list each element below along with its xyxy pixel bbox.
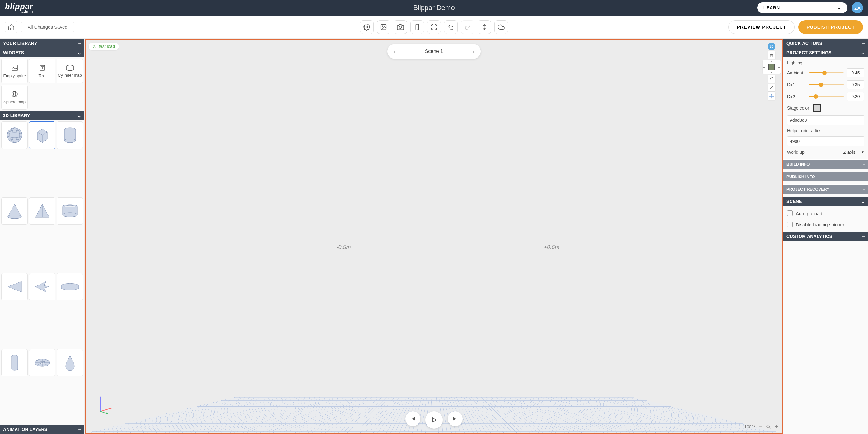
rotate-tool[interactable] [768,75,775,83]
shape-tube[interactable] [57,197,83,225]
shape-pyramid[interactable] [29,197,55,225]
scene-body: Auto preload Disable loading spinner [783,206,868,232]
chevron-down-icon: ⌄ [77,113,81,119]
quick-actions-header[interactable]: QUICK ACTIONS − [783,38,868,48]
collapse-button[interactable] [477,20,491,34]
widget-label: Sphere map [3,99,26,104]
auto-preload-checkbox[interactable] [787,210,793,216]
minus-icon: − [862,233,865,239]
project-recovery-label: PROJECT RECOVERY [786,187,830,192]
minus-icon: − [78,40,81,46]
app-logo-text: blippar [5,2,33,10]
next-scene-button[interactable]: › [472,48,474,55]
helper-grid-input[interactable] [787,136,864,146]
widget-label: Empty sprite [3,74,26,78]
device-button[interactable] [410,20,424,34]
shape-cone[interactable] [1,197,28,225]
orbit-cube[interactable]: ▴ ▾ ◂ ▸ [763,60,781,74]
zoom-controls: 100% − + [744,424,778,430]
camera-button[interactable] [394,20,407,34]
svg-point-27 [767,425,769,428]
widget-cylinder-map[interactable]: Cylinder map [57,59,83,83]
chevron-down-icon: ⌄ [77,50,81,56]
dir1-slider[interactable] [809,84,844,85]
fullscreen-button[interactable] [427,20,441,34]
home-icon [769,53,774,57]
build-info-header[interactable]: BUILD INFO − [783,160,868,169]
skip-forward-button[interactable] [448,411,463,426]
view-3d-toggle[interactable]: 3D [768,42,775,50]
shape-cylinder[interactable] [57,121,83,149]
dir2-slider[interactable] [809,96,844,97]
shape-ribbon[interactable] [57,273,83,300]
home-button[interactable] [5,21,18,33]
widget-sphere-map[interactable]: Sphere map [1,85,28,110]
preview-project-button[interactable]: PREVIEW PROJECT [728,20,795,34]
zoom-in-button[interactable]: + [775,424,778,430]
custom-analytics-header[interactable]: CUSTOM ANALYTICS − [783,232,868,241]
skip-back-icon [410,416,416,422]
world-up-row[interactable]: World up: Z axis ▼ [787,149,864,156]
widgets-header[interactable]: WIDGETS ⌄ [0,48,84,57]
undo-button[interactable] [444,20,458,34]
image-button[interactable] [377,20,391,34]
zoom-out-button[interactable]: − [759,424,763,430]
shape-triangle-flat[interactable] [1,273,28,300]
svg-line-25 [100,411,107,414]
world-up-value: Z axis [843,149,856,155]
your-library-header[interactable]: YOUR LIBRARY − [0,38,84,48]
user-avatar[interactable]: ZA [852,2,863,13]
sprite-icon [11,64,18,71]
expand-icon [431,24,437,30]
3d-library-header[interactable]: 3D LIBRARY ⌄ [0,111,84,120]
widget-empty-sprite[interactable]: Empty sprite [1,59,28,83]
prev-scene-button[interactable]: ‹ [394,48,396,55]
shape-disc[interactable] [29,349,55,376]
3d-shapes-grid [0,120,84,425]
shape-arrow[interactable] [29,273,55,300]
scene-header[interactable]: SCENE ⌄ [783,197,868,206]
ambient-slider[interactable] [809,72,844,74]
publish-project-button[interactable]: PUBLISH PROJECT [798,20,863,34]
disable-loading-row[interactable]: Disable loading spinner [787,221,864,229]
shape-droplet[interactable] [57,349,83,376]
disable-loading-checkbox[interactable] [787,222,793,227]
ambient-label: Ambient [787,70,806,75]
project-recovery-header[interactable]: PROJECT RECOVERY − [783,184,868,194]
publish-info-header[interactable]: PUBLISH INFO − [783,172,868,181]
dir1-label: Dir1 [787,82,806,87]
learn-dropdown[interactable]: LEARN ⌄ [757,2,847,13]
skip-back-button[interactable] [405,411,420,426]
right-panel: QUICK ACTIONS − PROJECT SETTINGS ⌄ Light… [783,38,868,434]
cloud-button[interactable] [494,20,508,34]
dir2-value[interactable]: 0.20 [847,92,864,101]
line-tool[interactable] [768,84,775,91]
move-tool[interactable] [768,92,775,100]
scene-name: Scene 1 [425,49,443,54]
play-button[interactable] [425,411,443,429]
skip-forward-icon [452,416,458,422]
redo-button[interactable] [461,20,474,34]
shape-sphere[interactable] [1,121,28,149]
dir1-value[interactable]: 0.35 [847,80,864,89]
canvas-viewport[interactable]: -0.5m +0.5m fast load ‹ Scene 1 › 3D ▴ [85,38,783,434]
shape-cube[interactable] [29,121,55,149]
cloud-icon [498,24,505,30]
project-settings-header[interactable]: PROJECT SETTINGS ⌄ [783,48,868,57]
disable-loading-label: Disable loading spinner [796,222,844,227]
helper-grid-label: Helper grid radius: [787,128,864,133]
ambient-value[interactable]: 0.45 [847,68,864,77]
settings-button[interactable] [360,20,374,34]
3d-library-label: 3D LIBRARY [3,113,30,118]
stage-color-swatch[interactable] [813,104,821,112]
curve-icon [769,77,774,81]
home-view-button[interactable] [768,51,775,59]
stage-color-label: Stage color: [787,106,810,111]
widget-text[interactable]: Text [29,59,55,83]
animation-layers-header[interactable]: ANIMATION LAYERS − [0,425,84,434]
dir2-label: Dir2 [787,94,806,99]
shape-pill[interactable] [1,349,28,376]
stage-color-input[interactable] [787,115,864,125]
app-logo[interactable]: blippar admin [5,2,33,13]
auto-preload-row[interactable]: Auto preload [787,209,864,217]
